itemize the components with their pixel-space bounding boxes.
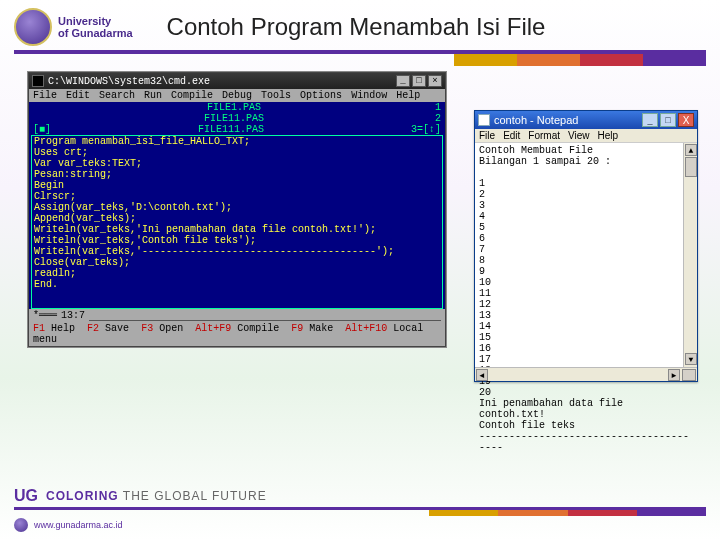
- notepad-line: Ini penambahan data file contoh.txt!: [479, 398, 693, 420]
- menu-debug[interactable]: Debug: [222, 90, 252, 101]
- notepad-line: 17: [479, 354, 693, 365]
- color-strip: [14, 54, 706, 66]
- key-f2[interactable]: F2: [87, 323, 99, 334]
- slide-header: University of Gunadarma Contoh Program M…: [0, 0, 720, 50]
- menu-help[interactable]: Help: [396, 90, 420, 101]
- cmd-window: C:\WINDOWS\system32\cmd.exe _ □ × File E…: [28, 72, 446, 347]
- tp-menu[interactable]: File Edit Search Run Compile Debug Tools…: [29, 89, 445, 102]
- code-line: Close(var_teks);: [34, 257, 440, 268]
- notepad-line: 20: [479, 387, 693, 398]
- tp-help-bar: F1 Help F2 Save F3 Open Alt+F9 Compile F…: [29, 322, 445, 346]
- notepad-line: Contoh Membuat File: [479, 145, 693, 156]
- menu-options[interactable]: Options: [300, 90, 342, 101]
- footer-url: www.gunadarma.ac.id: [34, 520, 123, 530]
- code-line: Writeln(var_teks,'Contoh file teks');: [34, 235, 440, 246]
- footer-seal-icon: [14, 518, 28, 532]
- notepad-line: 13: [479, 310, 693, 321]
- np-menu-edit[interactable]: Edit: [503, 130, 520, 141]
- logo-seal-icon: [14, 8, 52, 46]
- np-minimize-button[interactable]: _: [642, 113, 658, 127]
- np-menu-file[interactable]: File: [479, 130, 495, 141]
- horizontal-scrollbar[interactable]: ◄ ►: [475, 367, 697, 381]
- menu-compile[interactable]: Compile: [171, 90, 213, 101]
- vertical-scrollbar[interactable]: ▲ ▼: [683, 143, 697, 367]
- code-line: Writeln(var_teks,'Ini penambahan data fi…: [34, 224, 440, 235]
- key-altf10[interactable]: Alt+F10: [345, 323, 387, 334]
- open-file-3[interactable]: FILE111.PAS: [51, 124, 411, 135]
- scroll-thumb[interactable]: [685, 157, 697, 177]
- notepad-menu[interactable]: File Edit Format View Help: [475, 129, 697, 143]
- notepad-line: Bilangan 1 sampai 20 :: [479, 156, 693, 167]
- np-menu-help[interactable]: Help: [598, 130, 619, 141]
- minimize-button[interactable]: _: [396, 75, 410, 87]
- menu-search[interactable]: Search: [99, 90, 135, 101]
- notepad-line: 10: [479, 277, 693, 288]
- np-menu-view[interactable]: View: [568, 130, 590, 141]
- code-line: Pesan:string;: [34, 169, 440, 180]
- menu-tools[interactable]: Tools: [261, 90, 291, 101]
- notepad-line: 5: [479, 222, 693, 233]
- np-maximize-button[interactable]: □: [660, 113, 676, 127]
- menu-file[interactable]: File: [33, 90, 57, 101]
- uni-name-line1: University: [58, 15, 133, 27]
- key-f1[interactable]: F1: [33, 323, 45, 334]
- notepad-line: 2: [479, 189, 693, 200]
- code-line: readln;: [34, 268, 440, 279]
- code-line: Begin: [34, 180, 440, 191]
- notepad-body[interactable]: Contoh Membuat FileBilangan 1 sampai 20 …: [475, 143, 697, 381]
- scroll-up-icon[interactable]: ▲: [685, 144, 697, 156]
- menu-window[interactable]: Window: [351, 90, 387, 101]
- frame-left-corner: [■]: [33, 124, 51, 135]
- close-button[interactable]: ×: [428, 75, 442, 87]
- status-prefix: *═══: [33, 310, 57, 321]
- menu-edit[interactable]: Edit: [66, 90, 90, 101]
- notepad-line: [479, 167, 693, 178]
- notepad-titlebar[interactable]: contoh - Notepad _ □ X: [475, 111, 697, 129]
- cmd-icon: [32, 75, 44, 87]
- notepad-line: 8: [479, 255, 693, 266]
- notepad-line: 1: [479, 178, 693, 189]
- key-f3[interactable]: F3: [141, 323, 153, 334]
- uni-name-line2: of Gunadarma: [58, 27, 133, 39]
- code-line: Append(var_teks);: [34, 213, 440, 224]
- content-area: C:\WINDOWS\system32\cmd.exe _ □ × File E…: [0, 66, 720, 490]
- notepad-line: 9: [479, 266, 693, 277]
- notepad-line: ---------------------------------------: [479, 431, 693, 453]
- notepad-window: contoh - Notepad _ □ X File Edit Format …: [474, 110, 698, 382]
- notepad-line: Contoh file teks: [479, 420, 693, 431]
- code-editor[interactable]: Program menambah_isi_file_HALLO_TXT; Use…: [31, 135, 443, 309]
- code-line: Writeln(var_teks,'----------------------…: [34, 246, 440, 257]
- notepad-line: 6: [479, 233, 693, 244]
- notepad-line: 14: [479, 321, 693, 332]
- cmd-title: C:\WINDOWS\system32\cmd.exe: [48, 76, 394, 87]
- key-altf9[interactable]: Alt+F9: [195, 323, 231, 334]
- notepad-line: 3: [479, 200, 693, 211]
- maximize-button[interactable]: □: [412, 75, 426, 87]
- scroll-right-icon[interactable]: ►: [668, 369, 680, 381]
- np-menu-format[interactable]: Format: [528, 130, 560, 141]
- open-file-2[interactable]: FILE11.PAS: [33, 113, 435, 124]
- footer-tag-coloring: COLORING: [46, 489, 119, 503]
- university-logo: University of Gunadarma: [14, 8, 133, 46]
- code-line: Assign(var_teks,'D:\contoh.txt');: [34, 202, 440, 213]
- key-f9[interactable]: F9: [291, 323, 303, 334]
- notepad-title: contoh - Notepad: [494, 114, 640, 126]
- open-file-1[interactable]: FILE1.PAS: [33, 102, 435, 113]
- cursor-position: 13:7: [61, 310, 85, 321]
- ug-logo: UG: [14, 487, 38, 505]
- code-line: Program menambah_isi_file_HALLO_TXT;: [34, 136, 440, 147]
- menu-run[interactable]: Run: [144, 90, 162, 101]
- slide-title: Contoh Program Menambah Isi File: [167, 13, 546, 41]
- code-line: Clrscr;: [34, 191, 440, 202]
- notepad-line: 7: [479, 244, 693, 255]
- scroll-left-icon[interactable]: ◄: [476, 369, 488, 381]
- code-line: End.: [34, 279, 440, 290]
- notepad-line: 16: [479, 343, 693, 354]
- cmd-titlebar[interactable]: C:\WINDOWS\system32\cmd.exe _ □ ×: [29, 73, 445, 89]
- resize-grip-icon[interactable]: [682, 369, 696, 381]
- np-close-button[interactable]: X: [678, 113, 694, 127]
- scroll-down-icon[interactable]: ▼: [685, 353, 697, 365]
- footer-tag-rest: THE GLOBAL FUTURE: [123, 489, 267, 503]
- notepad-line: 15: [479, 332, 693, 343]
- slide-footer: UG COLORING THE GLOBAL FUTURE www.gunada…: [0, 483, 720, 540]
